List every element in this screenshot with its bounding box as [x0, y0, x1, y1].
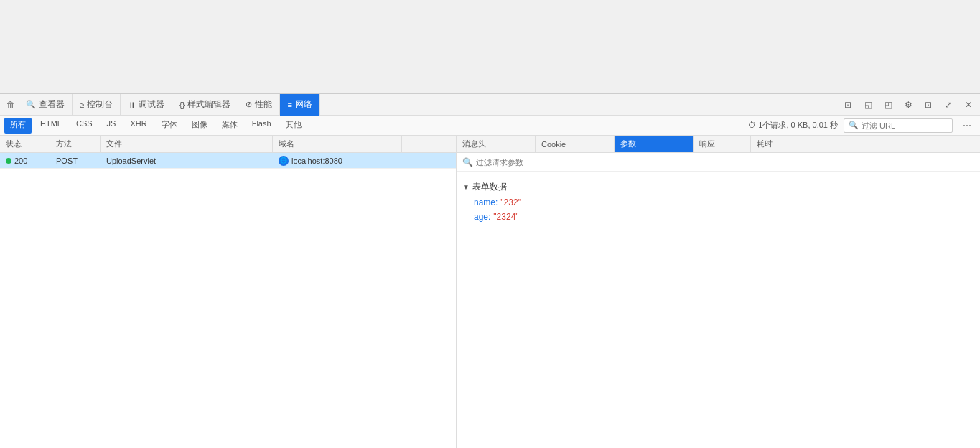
details-header: 消息头 Cookie 参数 响应 耗时	[457, 136, 980, 153]
request-summary: ⏱ 1个请求, 0 KB, 0.01 秒	[748, 120, 838, 131]
cell-file: UploadServlet	[101, 153, 273, 168]
filter-js[interactable]: JS	[101, 118, 122, 134]
form-section: ▼ 表单数据 name: "232" age: "2324"	[457, 176, 980, 227]
filter-xhr[interactable]: XHR	[124, 118, 152, 134]
settings-icon[interactable]: ⚙	[900, 96, 917, 113]
domain-icon: 🌐	[279, 156, 289, 166]
chevron-down-icon: ▼	[462, 183, 470, 191]
filter-image[interactable]: 图像	[186, 118, 213, 134]
dock-bottom-icon[interactable]: ⊡	[839, 96, 857, 113]
style-icon: {}	[179, 101, 185, 109]
network-content: 状态 方法 文件 域名 200 POST	[0, 136, 980, 448]
debugger-icon: ⏸	[128, 101, 136, 109]
col-status[interactable]: 状态	[0, 136, 50, 152]
col-time[interactable]: 耗时	[751, 136, 808, 152]
filter-font[interactable]: 字体	[156, 118, 183, 134]
col-messages[interactable]: 消息头	[457, 136, 536, 152]
tab-style-editor[interactable]: {} 样式编辑器	[172, 94, 238, 116]
status-indicator	[6, 158, 11, 164]
console-icon: ≥	[80, 101, 84, 109]
dock-right-icon[interactable]: ◱	[859, 96, 877, 113]
clear-button[interactable]: 🗑	[3, 97, 19, 113]
responsive-icon[interactable]: ⊡	[920, 96, 937, 113]
column-headers: 状态 方法 文件 域名	[0, 136, 456, 153]
filter-other[interactable]: 其他	[280, 118, 307, 134]
filter-media[interactable]: 媒体	[216, 118, 243, 134]
perf-icon: ⊘	[246, 100, 252, 109]
params-filter: 🔍	[457, 153, 980, 172]
details-panel: 消息头 Cookie 参数 响应 耗时	[457, 136, 980, 448]
param-age-row: age: "2324"	[457, 210, 980, 224]
params-filter-input[interactable]	[476, 158, 974, 167]
expand-icon[interactable]: ⤢	[940, 96, 957, 113]
inspector-icon: 🔍	[26, 100, 36, 109]
form-section-header[interactable]: ▼ 表单数据	[457, 179, 980, 195]
devtools-tab-bar: 🗑 🔍 查看器 ≥ 控制台 ⏸ 调试器 {} 样式编辑器 ⊘ 性能 ≡ 网络 ⊡…	[0, 94, 980, 116]
cell-status: 200	[0, 153, 50, 168]
filter-bar-right: ⏱ 1个请求, 0 KB, 0.01 秒 🔍 ⋯	[748, 117, 976, 134]
cell-domain: 🌐 localhost:8080	[273, 153, 402, 168]
devtools-toolbar-right: ⊡ ◱ ◰ ⚙ ⊡ ⤢ ✕	[839, 96, 977, 113]
devtools-panel: 🗑 🔍 查看器 ≥ 控制台 ⏸ 调试器 {} 样式编辑器 ⊘ 性能 ≡ 网络 ⊡…	[0, 93, 980, 448]
filter-css[interactable]: CSS	[70, 118, 98, 134]
dock-left-icon[interactable]: ◰	[879, 96, 897, 113]
tab-console[interactable]: ≥ 控制台	[73, 94, 121, 116]
requests-list: 状态 方法 文件 域名 200 POST	[0, 136, 457, 448]
table-row[interactable]: 200 POST UploadServlet 🌐 localhost:8080	[0, 153, 456, 169]
param-name-row: name: "232"	[457, 195, 980, 210]
filter-all[interactable]: 所有	[4, 118, 32, 134]
col-domain[interactable]: 域名	[273, 136, 402, 152]
url-filter[interactable]: 🔍	[844, 118, 953, 133]
details-col-headers: 消息头 Cookie 参数 响应 耗时	[457, 136, 980, 153]
search-icon: 🔍	[849, 121, 859, 130]
tab-network[interactable]: ≡ 网络	[280, 94, 319, 116]
cell-method: POST	[50, 153, 101, 168]
tab-performance[interactable]: ⊘ 性能	[238, 94, 280, 116]
details-content: ▼ 表单数据 name: "232" age: "2324"	[457, 172, 980, 448]
tab-inspector[interactable]: 🔍 查看器	[19, 94, 73, 116]
params-search-icon: 🔍	[462, 157, 473, 167]
col-response[interactable]: 响应	[694, 136, 751, 152]
col-method[interactable]: 方法	[50, 136, 101, 152]
filter-flash[interactable]: Flash	[246, 118, 277, 134]
filter-options-icon[interactable]: ⋯	[958, 117, 976, 134]
col-file[interactable]: 文件	[101, 136, 273, 152]
col-cookie[interactable]: Cookie	[536, 136, 615, 152]
filter-html[interactable]: HTML	[34, 118, 67, 134]
close-icon[interactable]: ✕	[960, 96, 977, 113]
browser-content	[0, 0, 980, 93]
col-params[interactable]: 参数	[615, 136, 694, 152]
network-icon: ≡	[287, 101, 291, 109]
url-filter-input[interactable]	[862, 121, 948, 130]
filter-bar: 所有 HTML CSS JS XHR 字体 图像 媒体 Flash 其他 ⏱ 1…	[0, 116, 980, 136]
tab-debugger[interactable]: ⏸ 调试器	[121, 94, 172, 116]
